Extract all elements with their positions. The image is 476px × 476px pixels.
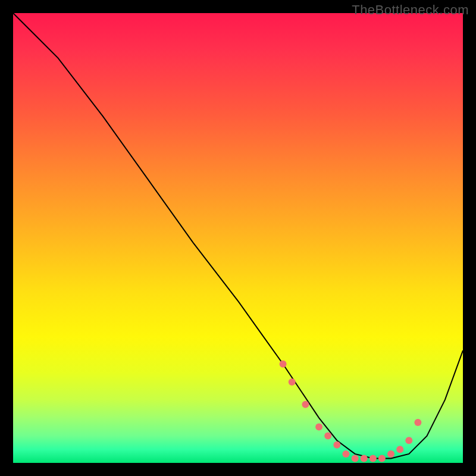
marker-dot — [352, 455, 359, 462]
watermark-text: TheBottleneck.com — [352, 2, 469, 18]
marker-dot — [289, 378, 296, 386]
marker-dot — [342, 450, 349, 458]
marker-dot — [414, 419, 421, 426]
marker-dot — [387, 450, 394, 458]
marker-dot — [315, 424, 322, 431]
marker-dot — [361, 455, 368, 462]
marker-dot — [280, 361, 287, 368]
chart-frame: TheBottleneck.com — [0, 0, 476, 476]
marker-dot — [333, 441, 340, 449]
marker-dot — [405, 437, 412, 444]
marker-dot — [378, 455, 386, 462]
curve-line — [13, 13, 463, 458]
marker-dot — [302, 401, 309, 408]
marker-dot — [369, 455, 377, 462]
marker-dot — [396, 446, 403, 453]
marker-dot — [324, 433, 331, 440]
chart-svg — [13, 13, 463, 463]
plot-area — [13, 13, 463, 463]
curve-markers — [280, 361, 422, 462]
